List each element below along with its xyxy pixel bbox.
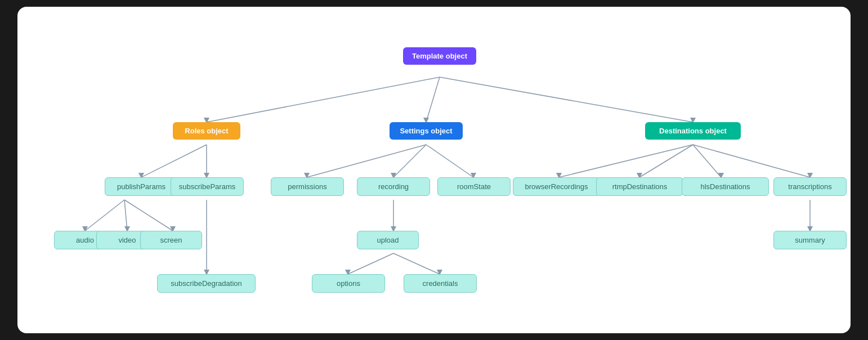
svg-line-13 [348,253,393,274]
svg-line-18 [693,145,810,177]
node-publish-params: publishParams [105,177,178,196]
node-credentials: credentials [404,274,477,293]
node-browser-recordings: browserRecordings [513,177,600,196]
svg-line-5 [85,200,124,231]
node-summary: summary [773,231,847,249]
node-upload: upload [357,231,419,249]
tree: Template object Roles object Settings ob… [29,24,839,316]
connectors [29,24,839,316]
node-rtmp-destinations: rtmpDestinations [596,177,683,196]
svg-line-9 [307,145,426,177]
node-recording: recording [357,177,430,196]
svg-line-0 [207,77,440,122]
diagram-container: Template object Roles object Settings ob… [17,7,851,333]
node-destinations-object: Destinations object [645,122,741,140]
svg-line-2 [440,77,693,122]
node-settings-object: Settings object [390,122,463,140]
svg-line-7 [124,200,173,231]
svg-line-1 [426,77,440,122]
node-options: options [312,274,385,293]
svg-line-16 [639,145,693,177]
node-template-object: Template object [403,47,476,65]
svg-line-17 [693,145,721,177]
svg-line-14 [393,253,440,274]
node-screen: screen [140,231,202,249]
svg-line-3 [141,145,207,177]
node-permissions: permissions [271,177,344,196]
node-subscribe-degradation: subscribeDegradation [157,274,256,293]
svg-line-6 [124,200,127,231]
node-subscribe-params: subscribeParams [171,177,244,196]
svg-line-11 [426,145,473,177]
svg-line-15 [559,145,693,177]
node-hls-destinations: hlsDestinations [682,177,769,196]
node-roles-object: Roles object [173,122,240,140]
node-room-state: roomState [437,177,511,196]
node-transcriptions: transcriptions [773,177,847,196]
svg-line-10 [393,145,426,177]
